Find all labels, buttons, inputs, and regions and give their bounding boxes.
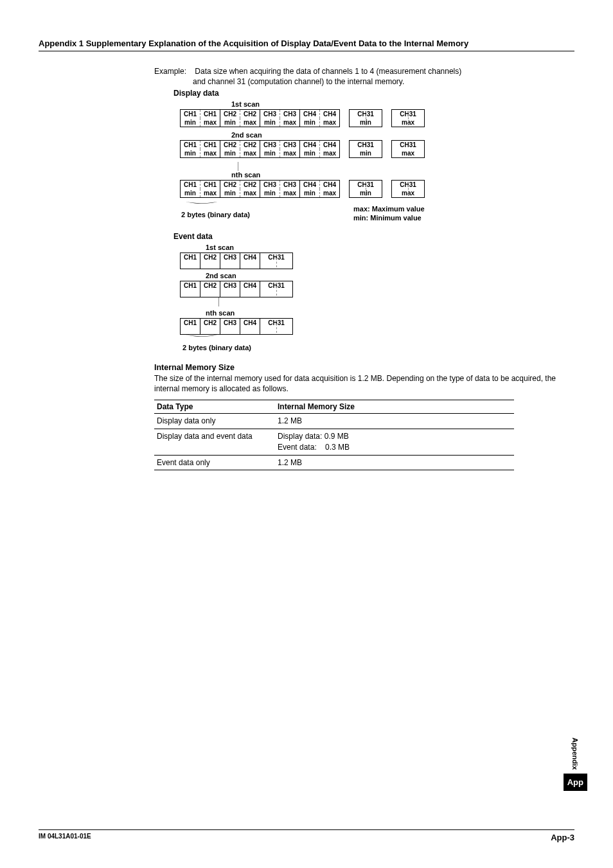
event-scan-1: CH1 CH2 CH3 CH4 CH31 bbox=[180, 252, 574, 269]
legend: max: Maximum value min: Minimum value bbox=[353, 204, 574, 223]
table-header-memsize: Internal Memory Size bbox=[275, 400, 514, 414]
event-scan-1-title: 1st scan bbox=[206, 244, 574, 251]
ch1-box: CH1CH1 minmax bbox=[180, 109, 220, 127]
content-area: Example: Data size when acquiring the da… bbox=[154, 67, 574, 470]
event-scan-2-title: 2nd scan bbox=[206, 272, 574, 279]
table-row: Display data only 1.2 MB bbox=[154, 414, 514, 429]
display-scan-1: 1st scan CH1CH1 minmax CH2CH2 minmax CH3… bbox=[180, 100, 574, 127]
ch4-box: CH4CH4 minmax bbox=[300, 109, 340, 127]
table-row: Display data and event data Display data… bbox=[154, 429, 514, 455]
ch3-box: CH3CH3 minmax bbox=[260, 109, 300, 127]
table-header-datatype: Data Type bbox=[154, 400, 275, 414]
side-tab-text: Appendix bbox=[571, 738, 579, 770]
example-line-1: Example: Data size when acquiring the da… bbox=[154, 67, 574, 76]
footer: IM 04L31A01-01E App-3 bbox=[39, 829, 574, 842]
event-connector bbox=[218, 297, 219, 306]
display-scan-2: 2nd scan CH1CH1 minmax CH2CH2 minmax CH3… bbox=[180, 131, 574, 158]
footer-doc-id: IM 04L31A01-01E bbox=[39, 833, 91, 842]
ch31-min-box: CH31 min bbox=[349, 109, 382, 127]
event-data-label: Event data bbox=[173, 232, 574, 241]
scan-1-title: 1st scan bbox=[231, 100, 574, 108]
internal-memory-paragraph: The size of the internal memory used for… bbox=[154, 373, 574, 395]
page-header: Appendix 1 Supplementary Explanation of … bbox=[39, 39, 574, 51]
binary-note-event: 2 bytes (binary data) bbox=[182, 344, 574, 351]
memory-table: Data Type Internal Memory Size Display d… bbox=[154, 400, 514, 470]
legend-min: min: Minimum value bbox=[353, 213, 574, 222]
table-row: Event data only 1.2 MB bbox=[154, 455, 514, 470]
footer-page-num: App-3 bbox=[551, 833, 574, 842]
scan-connector bbox=[238, 162, 238, 171]
side-tab: Appendix App bbox=[564, 738, 587, 791]
internal-memory-heading: Internal Memory Size bbox=[154, 363, 574, 372]
side-tab-box: App bbox=[564, 774, 587, 791]
example-prefix: Example: bbox=[154, 67, 193, 76]
brace-icon: ︶ bbox=[185, 202, 221, 204]
ch2-box: CH2CH2 minmax bbox=[220, 109, 260, 127]
scan-2-title: 2nd scan bbox=[231, 131, 574, 139]
display-scan-n: nth scan CH1CH1 minmax CH2CH2 minmax CH3… bbox=[180, 171, 574, 198]
event-scan-n: CH1 CH2 CH3 CH4 CH31 bbox=[180, 318, 574, 335]
example-line-2: and channel 31 (computation channel) to … bbox=[193, 77, 574, 86]
scan-n-title: nth scan bbox=[231, 171, 574, 179]
brace-icon-event: ︶ bbox=[185, 335, 221, 337]
ch31-max-box: CH31 max bbox=[391, 109, 425, 127]
event-scan-n-title: nth scan bbox=[206, 309, 574, 317]
event-scan-2: CH1 CH2 CH3 CH4 CH31 bbox=[180, 281, 574, 297]
example-text-1: Data size when acquiring the data of cha… bbox=[195, 67, 461, 76]
legend-max: max: Maximum value bbox=[353, 204, 574, 213]
display-data-label: Display data bbox=[173, 89, 574, 98]
